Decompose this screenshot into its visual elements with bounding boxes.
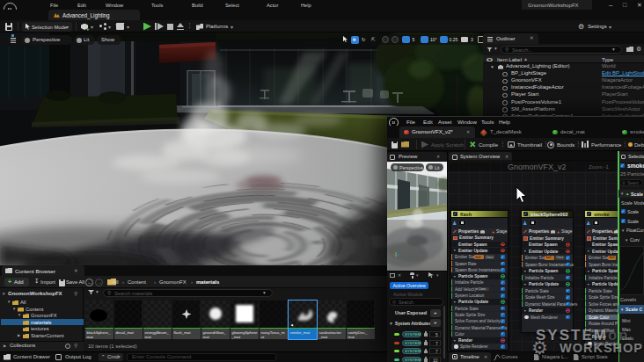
svg-text:✦: ✦	[290, 322, 294, 328]
